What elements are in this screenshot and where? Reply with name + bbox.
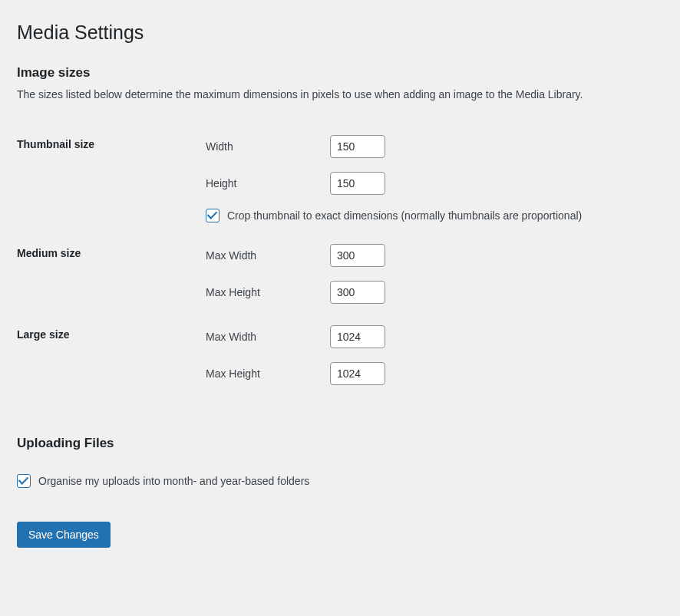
image-sizes-description: The sizes listed below determine the max…	[17, 87, 663, 103]
crop-thumbnail-label[interactable]: Crop thumbnail to exact dimensions (norm…	[227, 209, 582, 222]
medium-size-label: Medium size	[17, 233, 206, 315]
save-changes-button[interactable]: Save Changes	[17, 522, 111, 548]
image-sizes-table: Thumbnail size Width Height Crop thumbna…	[17, 124, 663, 396]
large-size-label: Large size	[17, 315, 206, 396]
large-maxheight-label: Max Height	[206, 367, 330, 380]
image-sizes-heading: Image sizes	[17, 65, 663, 81]
thumbnail-height-input[interactable]	[330, 172, 385, 195]
medium-maxheight-label: Max Height	[206, 286, 330, 298]
large-maxwidth-label: Max Width	[206, 331, 330, 343]
organise-uploads-checkbox[interactable]	[17, 474, 31, 488]
thumbnail-width-label: Width	[206, 140, 330, 153]
crop-thumbnail-checkbox[interactable]	[206, 209, 220, 222]
organise-uploads-label[interactable]: Organise my uploads into month- and year…	[38, 475, 309, 487]
medium-maxheight-input[interactable]	[330, 281, 385, 304]
uploading-files-heading: Uploading Files	[17, 436, 663, 451]
thumbnail-width-input[interactable]	[330, 135, 385, 158]
thumbnail-size-label: Thumbnail size	[17, 124, 206, 233]
large-maxheight-input[interactable]	[330, 362, 385, 385]
medium-maxwidth-label: Max Width	[206, 249, 330, 262]
thumbnail-height-label: Height	[206, 177, 330, 189]
page-title: Media Settings	[17, 21, 663, 44]
medium-maxwidth-input[interactable]	[330, 244, 385, 267]
large-maxwidth-input[interactable]	[330, 325, 385, 348]
